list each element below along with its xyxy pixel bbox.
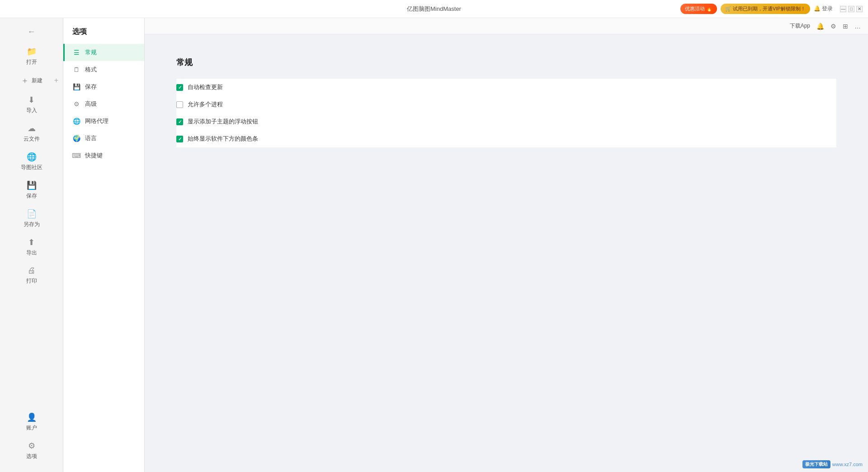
setting-item-1: 允许多个进程: [176, 96, 836, 113]
maximize-button[interactable]: □: [848, 6, 854, 12]
minimize-button[interactable]: —: [840, 6, 846, 12]
sidebar-item-import[interactable]: ⬇ 导入: [0, 90, 63, 119]
menu-item-save[interactable]: 💾 保存: [63, 78, 144, 95]
download-app-btn[interactable]: 下载App: [790, 22, 810, 30]
open-icon: 📁: [27, 47, 37, 57]
vip-button[interactable]: 🛒 试用已到期，开通VIP解锁限制！: [721, 4, 810, 14]
sidebar-item-print[interactable]: 🖨 打印: [0, 261, 63, 289]
menu-item-general[interactable]: ☰ 常规: [63, 44, 144, 61]
toolbar2: 下载App 🔔 ⚙ ⊞ …: [145, 18, 868, 34]
titlebar: 亿图脑图MindMaster 优惠活动 🔥 🛒 试用已到期，开通VIP解锁限制！…: [0, 0, 868, 18]
sidebar-label-import: 导入: [26, 107, 37, 114]
label-color-bar: 始终显示软件下方的颜色条: [188, 135, 258, 143]
window-controls: — □ ✕: [840, 6, 863, 12]
shortcuts-icon: ⌨: [72, 151, 80, 160]
watermark: 极光下载站 www.xz7.com: [802, 460, 863, 468]
general-icon: ☰: [72, 48, 80, 57]
sidebar-label-export: 导出: [26, 249, 37, 257]
checkbox-auto-update[interactable]: [176, 84, 183, 91]
cloud-icon: ☁: [28, 123, 36, 133]
sidebar-item-save[interactable]: 💾 保存: [0, 176, 63, 204]
new-icon: ＋: [21, 75, 29, 86]
import-icon: ⬇: [28, 95, 35, 105]
menu-label-shortcuts: 快捷键: [85, 151, 103, 160]
checkbox-color-bar[interactable]: [176, 136, 183, 142]
menu-item-language[interactable]: 🌍 语言: [63, 130, 144, 147]
sidebar-label-print: 打印: [26, 277, 37, 285]
content-title: 常规: [176, 57, 836, 68]
menu-item-advanced[interactable]: ⚙ 高级: [63, 95, 144, 113]
menu-item-proxy[interactable]: 🌐 网络代理: [63, 113, 144, 130]
label-auto-update: 自动检查更新: [188, 83, 223, 91]
label-multi-process: 允许多个进程: [188, 100, 223, 109]
print-icon: 🖨: [28, 266, 36, 275]
menu-item-format[interactable]: 🗒 格式: [63, 61, 144, 78]
grid-icon[interactable]: ⊞: [843, 23, 848, 30]
settings-icon2[interactable]: ⚙: [830, 23, 836, 30]
options-menu: ☰ 常规 🗒 格式 💾 保存 ⚙ 高级 🌐 网络代理 🌍 语言: [63, 44, 144, 164]
sidebar-label-account: 账户: [26, 424, 37, 432]
more-icon[interactable]: …: [854, 23, 861, 30]
save-menu-icon: 💾: [72, 83, 80, 91]
setting-item-2: 显示添加子主题的浮动按钮: [176, 113, 836, 130]
sidebar-item-options[interactable]: ⚙ 选项: [0, 436, 63, 465]
sidebar-label-save: 保存: [26, 192, 37, 200]
proxy-icon: 🌐: [72, 117, 80, 125]
save-icon: 💾: [27, 180, 37, 190]
label-float-btn: 显示添加子主题的浮动按钮: [188, 118, 258, 126]
menu-label-advanced: 高级: [85, 100, 97, 108]
setting-item-3: 始终显示软件下方的颜色条: [176, 130, 836, 147]
menu-label-general: 常规: [85, 48, 97, 57]
add-icon[interactable]: +: [54, 76, 58, 85]
back-button[interactable]: ←: [0, 22, 63, 42]
titlebar-center: 亿图脑图MindMaster: [291, 5, 577, 13]
export-icon: ⬆: [28, 237, 35, 247]
app-body: ← 📁 打开 ＋ 新建 + ⬇ 导入 ☁ 云文件 🌐 导图社区 💾 保存 📄: [0, 18, 868, 472]
notification-icon[interactable]: 🔔: [816, 23, 824, 30]
sidebar: ← 📁 打开 ＋ 新建 + ⬇ 导入 ☁ 云文件 🌐 导图社区 💾 保存 📄: [0, 18, 63, 472]
close-button[interactable]: ✕: [856, 6, 863, 12]
titlebar-right: 优惠活动 🔥 🛒 试用已到期，开通VIP解锁限制！ 🔔 登录 — □ ✕: [577, 4, 863, 14]
menu-label-save: 保存: [85, 83, 97, 91]
promo-button[interactable]: 优惠活动 🔥: [680, 4, 717, 14]
watermark-logo: 极光下载站: [802, 460, 830, 468]
content-area: 下载App 🔔 ⚙ ⊞ … 常规 自动检查更新 允许多个进程 显示添加子主题的浮…: [145, 18, 868, 472]
sidebar-item-new[interactable]: ＋ 新建 +: [0, 71, 63, 90]
sidebar-item-community[interactable]: 🌐 导图社区: [0, 147, 63, 176]
watermark-site: www.xz7.com: [832, 462, 863, 467]
menu-label-format: 格式: [85, 66, 97, 74]
sidebar-label-cloud: 云文件: [24, 135, 40, 143]
menu-item-shortcuts[interactable]: ⌨ 快捷键: [63, 147, 144, 164]
community-icon: 🌐: [27, 152, 37, 162]
options-panel: 选项 ☰ 常规 🗒 格式 💾 保存 ⚙ 高级 🌐 网络代理: [63, 18, 145, 472]
sidebar-item-open[interactable]: 📁 打开: [0, 42, 63, 71]
sidebar-item-saveas[interactable]: 📄 另存为: [0, 204, 63, 233]
sidebar-item-export[interactable]: ⬆ 导出: [0, 233, 63, 261]
sidebar-bottom: 👤 账户 ⚙ 选项: [0, 408, 63, 468]
advanced-icon: ⚙: [72, 100, 80, 108]
saveas-icon: 📄: [27, 209, 37, 219]
settings-section: 自动检查更新 允许多个进程 显示添加子主题的浮动按钮 始终显示软件下方的颜色条: [176, 79, 836, 147]
app-title: 亿图脑图MindMaster: [407, 5, 461, 12]
sidebar-item-cloud[interactable]: ☁ 云文件: [0, 119, 63, 147]
back-icon: ←: [28, 27, 36, 37]
sidebar-label-saveas: 另存为: [24, 221, 40, 228]
format-icon: 🗒: [72, 66, 80, 74]
options-icon: ⚙: [28, 441, 35, 451]
language-icon: 🌍: [72, 134, 80, 142]
checkbox-float-btn[interactable]: [176, 118, 183, 125]
menu-label-language: 语言: [85, 134, 97, 142]
checkbox-multi-process[interactable]: [176, 101, 183, 108]
sidebar-label-new: 新建: [32, 77, 42, 85]
sidebar-item-account[interactable]: 👤 账户: [0, 408, 63, 436]
login-button[interactable]: 🔔 登录: [814, 5, 833, 13]
sidebar-label-options: 选项: [26, 453, 37, 460]
sidebar-label-open: 打开: [26, 58, 37, 66]
setting-item-0: 自动检查更新: [176, 79, 836, 96]
account-icon: 👤: [27, 412, 37, 422]
options-panel-title: 选项: [63, 18, 144, 44]
menu-label-proxy: 网络代理: [85, 117, 108, 125]
settings-content: 常规 自动检查更新 允许多个进程 显示添加子主题的浮动按钮 始终显示软件下方的颜…: [163, 48, 850, 156]
sidebar-label-community: 导图社区: [21, 164, 42, 171]
